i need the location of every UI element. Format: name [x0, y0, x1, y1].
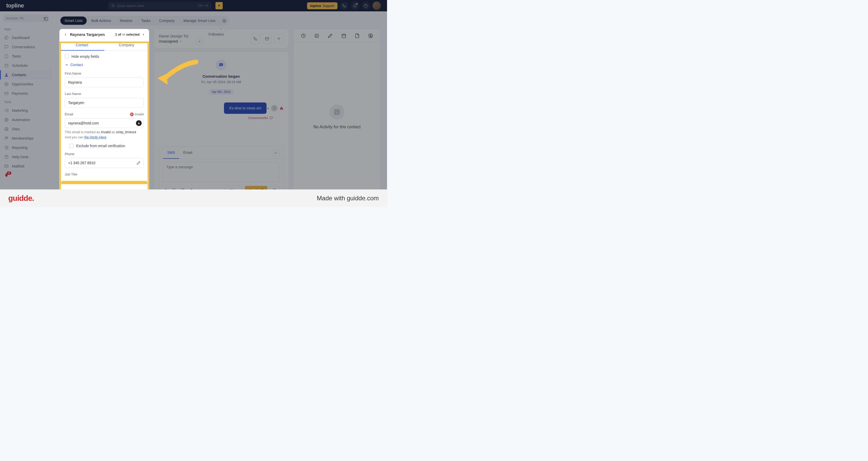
tab-tasks[interactable]: Tasks — [137, 17, 155, 25]
first-name-label: First Name — [65, 71, 144, 75]
exclude-checkbox[interactable] — [69, 144, 73, 148]
contact-name: Raynera Targaryen — [70, 32, 105, 37]
message-status: Unsuccessful — [248, 116, 273, 120]
nav-launchpad[interactable]: 9 — [0, 171, 52, 178]
followers-label: Followers — [209, 32, 224, 36]
section-contact-head[interactable]: Contact — [65, 63, 144, 67]
selection-counter: 1 of 44 selected — [115, 33, 140, 36]
tab-smartlists[interactable]: Smart Lists — [60, 17, 87, 25]
rt-money-icon[interactable] — [368, 33, 373, 38]
call-button[interactable] — [251, 34, 260, 43]
sender-avatar: ? — [271, 105, 277, 111]
svg-line-1 — [114, 6, 115, 7]
hide-empty-checkbox[interactable] — [65, 55, 69, 59]
edit-icon[interactable] — [136, 161, 141, 165]
svg-point-19 — [224, 20, 225, 21]
email-input[interactable] — [65, 118, 144, 128]
notification-badge — [356, 3, 358, 5]
made-with-text: Made with guidde.com — [317, 195, 379, 202]
tab-bulkactions[interactable]: Bulk Actions — [87, 17, 115, 25]
rt-document-icon[interactable] — [355, 33, 360, 38]
nav-contacts[interactable]: Contacts — [0, 70, 52, 80]
nav-sites[interactable]: Sites — [0, 124, 52, 134]
next-icon[interactable] — [142, 33, 145, 36]
svg-point-9 — [5, 82, 8, 86]
nav-marketing[interactable]: Marketing — [0, 106, 52, 115]
compose-tab-email[interactable]: Email — [179, 147, 196, 159]
chevron-down-icon — [179, 40, 182, 43]
nav-opportunities[interactable]: Opportunities — [0, 80, 52, 89]
svg-rect-6 — [5, 64, 8, 67]
svg-point-13 — [6, 119, 7, 120]
search-input[interactable] — [117, 4, 196, 8]
nav-tasks[interactable]: Tasks — [0, 52, 52, 61]
tab-restore[interactable]: Restore — [116, 17, 136, 25]
rt-history-icon[interactable] — [301, 33, 306, 38]
cog-icon — [4, 118, 9, 122]
email-button[interactable] — [262, 34, 272, 43]
pie-icon — [4, 145, 9, 150]
target-icon — [4, 82, 9, 87]
workspace-location: Scranton, PA — [6, 17, 24, 20]
chat-icon — [4, 45, 9, 49]
bolt-button[interactable] — [215, 2, 223, 9]
subtab-contact[interactable]: Contact — [60, 40, 104, 51]
subtab-company[interactable]: Company — [104, 40, 149, 51]
global-search[interactable]: Ctrl + K — [108, 2, 211, 9]
rt-edit-icon[interactable] — [328, 33, 333, 38]
rt-calendar-icon[interactable] — [341, 33, 346, 38]
tab-managelists[interactable]: Manage Smart Lists — [179, 17, 220, 25]
rt-tasks-icon[interactable] — [314, 33, 319, 38]
help-button[interactable] — [362, 2, 370, 10]
exclude-label: Exclude from email verification — [76, 144, 125, 148]
support-button[interactable]: topline topline SupportSupport — [307, 2, 338, 9]
owner-value[interactable]: Unassigned — [159, 39, 188, 43]
conversation-time: Fri, Apr 05 2024, 09:24 AM — [201, 80, 241, 84]
nav-conversations[interactable]: Conversations — [0, 42, 52, 52]
user-avatar[interactable] — [373, 2, 381, 10]
bell-button[interactable] — [351, 2, 359, 10]
reverify-link[interactable]: Re-Verify Here — [84, 135, 106, 139]
nav-mailfold[interactable]: Mailfold — [0, 161, 52, 171]
tab-settings-icon[interactable] — [220, 17, 228, 25]
phone-button[interactable] — [340, 2, 348, 10]
first-name-input[interactable] — [65, 78, 144, 87]
email-invalid-badge: ✕Invalid — [130, 113, 144, 116]
launch-count-badge: 9 — [7, 172, 11, 175]
section-tools-label: Tools — [0, 98, 52, 106]
nav-dashboard[interactable]: Dashboard — [0, 33, 52, 42]
nav-reporting[interactable]: Reporting — [0, 143, 52, 152]
svg-rect-41 — [342, 34, 345, 38]
verify-icon[interactable]: ♟ — [136, 120, 142, 126]
phone-label: Phone — [65, 152, 144, 156]
nav-helpdesk[interactable]: Help Desk — [0, 152, 52, 161]
filter-button[interactable] — [274, 34, 284, 43]
retry-icon[interactable] — [269, 116, 273, 120]
last-name-input[interactable] — [65, 98, 144, 107]
date-pill: Apr 5th, 2024 — [209, 89, 234, 95]
nav-memberships[interactable]: Memberships — [0, 134, 52, 143]
highlight-bar — [61, 181, 147, 184]
x-circle-icon: ✕ — [130, 113, 134, 116]
nav-scheduler[interactable]: Scheduler — [0, 61, 52, 70]
panel-toggle-icon[interactable] — [43, 17, 48, 21]
hide-empty-label: Hide empty fields — [71, 55, 99, 59]
last-name-label: Last Name — [65, 92, 144, 96]
globe-icon — [4, 127, 9, 131]
compose-tab-sms[interactable]: SMS — [163, 147, 179, 159]
add-follower-button[interactable]: + — [196, 38, 203, 45]
email-help-text: This email is marked as Invalid as smtp_… — [65, 130, 144, 140]
message-textarea[interactable] — [163, 162, 279, 182]
tab-company[interactable]: Company — [155, 17, 179, 25]
conversation-title: Conversation began — [203, 74, 240, 79]
nav-payments[interactable]: Payments — [0, 89, 52, 98]
file-icon — [4, 54, 9, 59]
phone-input[interactable] — [65, 158, 144, 168]
workspace-switcher[interactable]: Dunder Mifflin [D... Scranton, PA — [3, 14, 49, 22]
nav-automation[interactable]: Automation — [0, 115, 52, 124]
collapse-header-icon[interactable] — [216, 29, 226, 32]
activity-empty-text: No Activity for this contact — [313, 125, 361, 129]
back-icon[interactable] — [64, 33, 67, 36]
svg-rect-26 — [220, 65, 221, 65]
collapse-compose-icon[interactable] — [272, 149, 279, 156]
